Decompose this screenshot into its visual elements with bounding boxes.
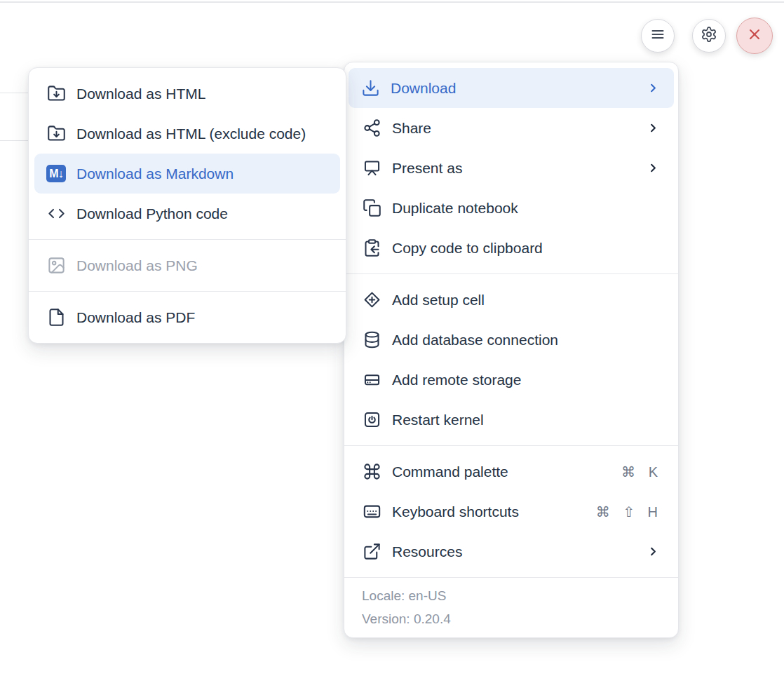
menu-item-label: Download as Markdown bbox=[76, 165, 234, 182]
file-icon bbox=[46, 308, 66, 327]
menu-item-resources[interactable]: Resources bbox=[344, 532, 678, 571]
menu-item-duplicate-notebook[interactable]: Duplicate notebook bbox=[344, 188, 678, 228]
menu-item-add-database-connection[interactable]: Add database connection bbox=[344, 320, 678, 360]
external-link-icon bbox=[362, 542, 381, 561]
close-icon bbox=[745, 25, 764, 46]
download-submenu: Download as HTML Download as HTML (exclu… bbox=[28, 67, 346, 344]
power-icon bbox=[362, 410, 381, 429]
copy-icon bbox=[362, 198, 381, 217]
keyboard-shortcut-hint: ⌘ ⇧ H bbox=[596, 503, 660, 520]
menu-item-label: Restart kernel bbox=[392, 412, 484, 428]
menu-item-label: Download as PDF bbox=[76, 309, 195, 326]
page-top-border bbox=[0, 1, 784, 3]
notebook-menu-button[interactable] bbox=[641, 19, 675, 53]
chevron-right-icon bbox=[647, 121, 660, 135]
menu-footer: Locale: en-US Version: 0.20.4 bbox=[344, 577, 678, 637]
gear-icon bbox=[701, 26, 717, 46]
menu-item-label: Download bbox=[391, 80, 456, 97]
menu-item-label: Add remote storage bbox=[392, 372, 521, 388]
chevron-right-icon bbox=[647, 545, 660, 558]
menu-item-restart-kernel[interactable]: Restart kernel bbox=[344, 400, 678, 440]
menu-item-label: Copy code to clipboard bbox=[392, 240, 543, 257]
hard-drive-icon bbox=[362, 370, 381, 389]
clipboard-copy-icon bbox=[362, 238, 381, 257]
download-icon bbox=[360, 79, 380, 97]
menu-item-label: Download as HTML (exclude code) bbox=[76, 126, 306, 142]
menu-item-label: Present as bbox=[392, 160, 462, 177]
share-icon bbox=[362, 119, 381, 137]
menu-item-label: Download Python code bbox=[76, 205, 228, 222]
folder-download-icon bbox=[46, 84, 66, 103]
menu-item-download-as-markdown[interactable]: M↓ Download as Markdown bbox=[34, 154, 340, 194]
menu-item-add-remote-storage[interactable]: Add remote storage bbox=[344, 360, 678, 400]
version-info: Version: 0.20.4 bbox=[362, 607, 661, 630]
markdown-icon: M↓ bbox=[46, 165, 66, 182]
menu-item-download-as-html[interactable]: Download as HTML bbox=[29, 74, 346, 114]
menu-separator bbox=[344, 273, 678, 274]
menu-item-label: Command palette bbox=[392, 464, 508, 480]
folder-download-icon bbox=[46, 124, 66, 143]
menu-item-label: Add setup cell bbox=[392, 292, 485, 309]
menu-separator bbox=[29, 291, 346, 292]
menu-item-present-as[interactable]: Present as bbox=[344, 148, 678, 188]
settings-button[interactable] bbox=[692, 19, 726, 53]
menu-item-label: Keyboard shortcuts bbox=[392, 503, 519, 520]
image-icon bbox=[46, 256, 66, 275]
close-button[interactable] bbox=[736, 18, 773, 54]
menu-item-command-palette[interactable]: Command palette ⌘ K bbox=[344, 452, 678, 492]
chevron-right-icon bbox=[647, 161, 660, 175]
menu-separator bbox=[344, 445, 678, 446]
code-icon bbox=[46, 204, 66, 223]
locale-info: Locale: en-US bbox=[362, 584, 661, 607]
menu-item-label: Share bbox=[392, 120, 431, 137]
menu-item-label: Download as HTML bbox=[76, 86, 205, 102]
menu-item-label: Download as PNG bbox=[76, 257, 198, 274]
menu-item-label: Duplicate notebook bbox=[392, 200, 518, 217]
menu-item-download-as-pdf[interactable]: Download as PDF bbox=[29, 297, 346, 337]
menu-item-label: Resources bbox=[392, 543, 462, 560]
menu-item-download-python-code[interactable]: Download Python code bbox=[29, 194, 346, 234]
menu-item-copy-code-to-clipboard[interactable]: Copy code to clipboard bbox=[344, 228, 678, 268]
background-cell-border bbox=[0, 140, 29, 141]
presentation-icon bbox=[362, 158, 381, 177]
hamburger-icon bbox=[649, 26, 666, 46]
menu-item-add-setup-cell[interactable]: Add setup cell bbox=[344, 280, 678, 320]
keyboard-icon bbox=[362, 502, 381, 521]
background-cell-border bbox=[0, 93, 29, 93]
command-icon bbox=[362, 462, 381, 481]
menu-item-download-as-html-exclude-code[interactable]: Download as HTML (exclude code) bbox=[29, 114, 346, 154]
menu-item-share[interactable]: Share bbox=[344, 108, 678, 148]
menu-item-download[interactable]: Download bbox=[349, 68, 674, 108]
menu-item-label: Add database connection bbox=[392, 332, 558, 349]
menu-separator bbox=[29, 239, 346, 240]
menu-item-download-as-png: Download as PNG bbox=[29, 245, 346, 285]
diamond-plus-icon bbox=[362, 290, 381, 309]
app-canvas: Download Share Present as Duplicate note… bbox=[0, 0, 784, 690]
menu-item-keyboard-shortcuts[interactable]: Keyboard shortcuts ⌘ ⇧ H bbox=[344, 492, 678, 532]
notebook-actions-menu: Download Share Present as Duplicate note… bbox=[344, 62, 679, 638]
chevron-right-icon bbox=[647, 81, 660, 95]
keyboard-shortcut-hint: ⌘ K bbox=[621, 464, 660, 480]
database-icon bbox=[362, 330, 381, 349]
